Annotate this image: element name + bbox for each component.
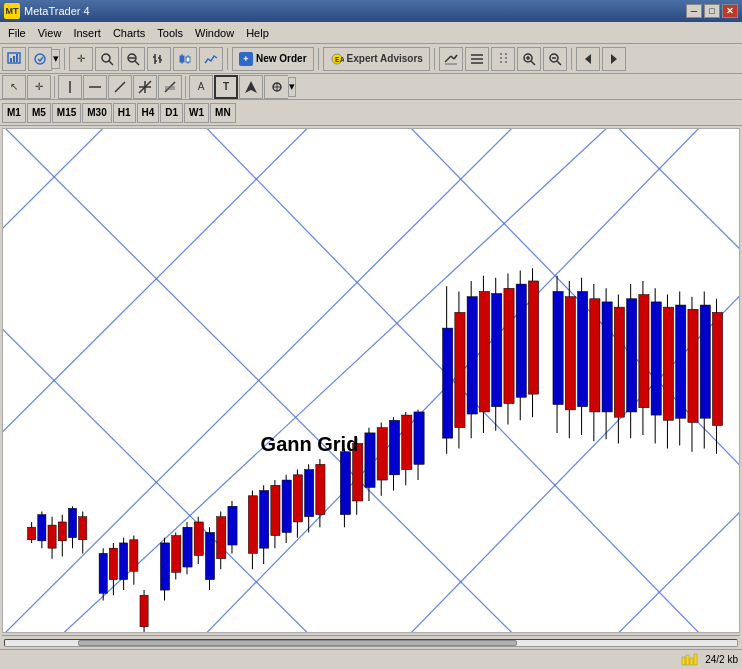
svg-rect-109 <box>271 485 280 535</box>
toolbar-zoom-out[interactable] <box>121 47 145 71</box>
svg-rect-163 <box>639 295 649 408</box>
svg-rect-179 <box>694 654 697 665</box>
toolbar-crosshair[interactable]: ✛ <box>69 47 93 71</box>
svg-line-44 <box>115 82 125 92</box>
svg-rect-127 <box>389 420 399 474</box>
minimize-button[interactable]: ─ <box>686 4 702 18</box>
menu-file[interactable]: File <box>2 25 32 41</box>
tf-m1[interactable]: M1 <box>2 103 26 123</box>
svg-rect-151 <box>565 297 575 410</box>
toolbar-zoom-in[interactable] <box>95 47 119 71</box>
status-bar: 24/2 kb <box>0 649 742 669</box>
svg-rect-91 <box>160 543 169 590</box>
dropdown-arrow[interactable]: ▾ <box>52 49 60 69</box>
tool-arrow-mark[interactable] <box>239 75 263 99</box>
scrollbar-thumb[interactable] <box>78 640 517 646</box>
tool-dropdown-arrow[interactable]: ▾ <box>288 77 296 97</box>
svg-rect-159 <box>614 307 624 417</box>
svg-rect-99 <box>205 532 214 579</box>
toolbar-indicators[interactable] <box>439 47 463 71</box>
toolbar-scroll-left[interactable] <box>576 47 600 71</box>
menu-window[interactable]: Window <box>189 25 240 41</box>
new-order-button[interactable]: + New Order <box>232 47 314 71</box>
tf-d1[interactable]: D1 <box>160 103 183 123</box>
tool-arrow[interactable]: ↖ <box>2 75 26 99</box>
svg-rect-175 <box>712 312 722 425</box>
menu-help[interactable]: Help <box>240 25 275 41</box>
svg-rect-153 <box>577 291 587 406</box>
separator3 <box>318 48 319 70</box>
tool-gann[interactable] <box>133 75 157 99</box>
svg-rect-161 <box>627 299 637 412</box>
tool-trend-line[interactable] <box>108 75 132 99</box>
toolbar-btn-new-chart[interactable] <box>2 47 26 71</box>
svg-rect-149 <box>553 291 563 404</box>
menu-tools[interactable]: Tools <box>151 25 189 41</box>
title-bar: MT MetaTrader 4 ─ □ ✕ <box>0 0 742 22</box>
svg-marker-40 <box>585 54 591 64</box>
svg-rect-157 <box>602 302 612 412</box>
tf-mn[interactable]: MN <box>210 103 236 123</box>
title-bar-controls: ─ □ ✕ <box>686 4 738 18</box>
tool-text[interactable]: A <box>189 75 213 99</box>
toolbar-obj-list[interactable] <box>465 47 489 71</box>
new-order-label: New Order <box>256 53 307 64</box>
toolbar-zoom-out2[interactable] <box>543 47 567 71</box>
menu-insert[interactable]: Insert <box>67 25 107 41</box>
candle-group-1 <box>28 506 87 558</box>
toolbar-period-sep[interactable] <box>491 47 515 71</box>
svg-line-26 <box>454 55 457 59</box>
tf-w1[interactable]: W1 <box>184 103 209 123</box>
scrollbar-horizontal[interactable] <box>2 635 740 649</box>
tool-fibo[interactable] <box>158 75 182 99</box>
close-button[interactable]: ✕ <box>722 4 738 18</box>
tool-btn-extra[interactable] <box>264 75 288 99</box>
scrollbar-track[interactable] <box>4 639 738 647</box>
toolbar-candlestick[interactable] <box>173 47 197 71</box>
svg-rect-103 <box>228 506 237 545</box>
tf-h1[interactable]: H1 <box>113 103 136 123</box>
tool-dropdown[interactable]: ▾ <box>264 75 296 99</box>
svg-rect-77 <box>68 508 76 537</box>
svg-rect-131 <box>414 412 424 464</box>
tf-m5[interactable]: M5 <box>27 103 51 123</box>
maximize-button[interactable]: □ <box>704 4 720 18</box>
svg-rect-73 <box>48 525 56 548</box>
toolbar-zoom-in2[interactable] <box>517 47 541 71</box>
status-right: 24/2 kb <box>681 653 738 667</box>
tf-m15[interactable]: M15 <box>52 103 81 123</box>
svg-rect-165 <box>651 302 661 415</box>
toolbar-btn-2[interactable] <box>28 47 52 71</box>
svg-rect-3 <box>16 54 18 62</box>
chart-area[interactable]: Gann Grid <box>2 128 740 633</box>
tool-horizontal-line[interactable] <box>83 75 107 99</box>
separator2 <box>227 48 228 70</box>
tool-crosshair[interactable]: ✛ <box>27 75 51 99</box>
expert-advisors-btn[interactable]: EA Expert Advisors <box>323 47 430 71</box>
sep-draw1 <box>54 76 55 98</box>
svg-rect-176 <box>682 657 685 665</box>
menu-charts[interactable]: Charts <box>107 25 151 41</box>
tf-h4[interactable]: H4 <box>137 103 160 123</box>
svg-line-34 <box>531 61 535 65</box>
status-kb-text: 24/2 kb <box>705 654 738 665</box>
svg-rect-85 <box>120 543 128 580</box>
svg-rect-71 <box>38 515 46 541</box>
svg-rect-16 <box>180 56 184 62</box>
svg-rect-139 <box>479 291 489 412</box>
svg-rect-93 <box>172 536 181 573</box>
svg-rect-95 <box>183 527 192 567</box>
app-icon: MT <box>4 3 20 19</box>
svg-rect-81 <box>99 553 107 593</box>
tf-m30[interactable]: M30 <box>82 103 111 123</box>
svg-rect-79 <box>79 517 87 540</box>
menu-view[interactable]: View <box>32 25 68 41</box>
svg-point-4 <box>35 54 45 64</box>
tool-text-label[interactable]: T <box>214 75 238 99</box>
toolbar-line-chart[interactable] <box>199 47 223 71</box>
candle-group-5 <box>340 410 424 527</box>
toolbar-scroll-right[interactable] <box>602 47 626 71</box>
toolbar-bar-chart[interactable] <box>147 47 171 71</box>
candle-group-3 <box>160 501 237 601</box>
tool-vertical-line[interactable] <box>58 75 82 99</box>
